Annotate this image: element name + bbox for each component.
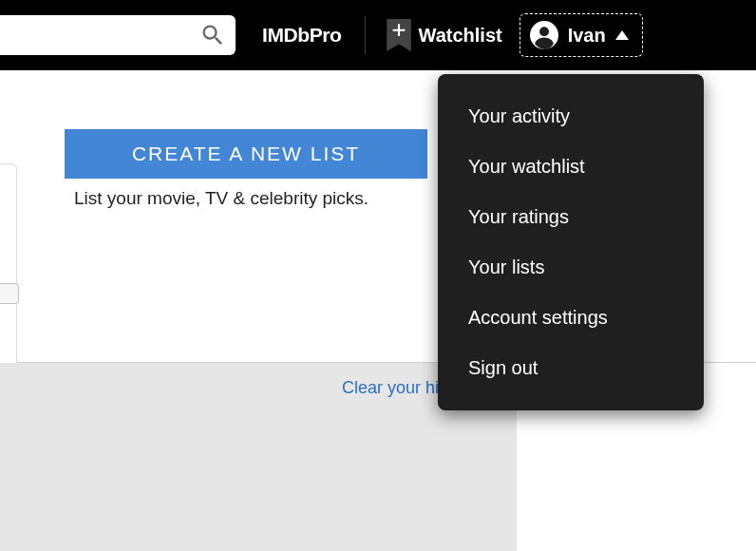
menu-item-sign-out[interactable]: Sign out — [438, 343, 704, 393]
user-avatar-icon — [530, 21, 558, 49]
search-icon[interactable] — [199, 22, 226, 48]
watchlist-label: Watchlist — [419, 25, 502, 47]
user-menu-button[interactable]: Ivan — [520, 13, 643, 57]
top-nav: IMDbPro Watchlist Ivan — [0, 0, 756, 70]
search-box[interactable] — [0, 15, 236, 55]
user-name: Ivan — [568, 25, 606, 47]
menu-item-your-ratings[interactable]: Your ratings — [438, 192, 704, 242]
clear-history-link[interactable]: Clear your his — [342, 378, 447, 398]
side-panel-fragment-button — [0, 283, 19, 304]
user-dropdown-menu: Your activity Your watchlist Your rating… — [438, 74, 704, 410]
imdbpro-logo[interactable]: IMDbPro — [262, 24, 342, 47]
menu-item-your-activity[interactable]: Your activity — [438, 91, 704, 142]
watchlist-button[interactable]: Watchlist — [387, 19, 502, 51]
svg-point-1 — [539, 27, 549, 36]
bookmark-plus-icon — [387, 19, 411, 51]
menu-item-your-watchlist[interactable]: Your watchlist — [438, 142, 704, 192]
side-panel-fragment — [0, 163, 17, 391]
divider — [365, 16, 366, 54]
menu-item-your-lists[interactable]: Your lists — [438, 242, 704, 293]
create-new-list-button[interactable]: CREATE A NEW LIST — [65, 129, 427, 179]
caret-up-icon — [615, 30, 629, 40]
menu-item-account-settings[interactable]: Account settings — [438, 293, 704, 343]
search-input[interactable] — [0, 27, 199, 44]
